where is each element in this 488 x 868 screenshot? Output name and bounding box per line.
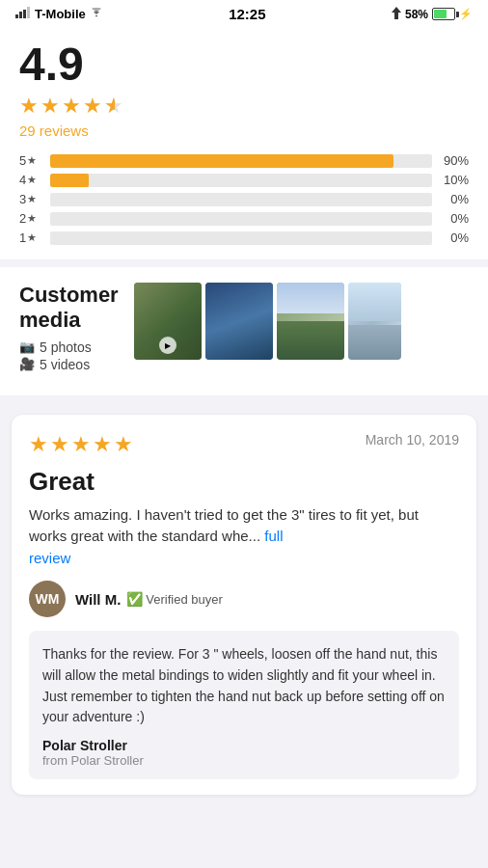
seller-response-body: Thanks for the review. For 3 " wheels, l… bbox=[42, 644, 446, 728]
media-thumb-3[interactable] bbox=[277, 283, 344, 360]
reviewer-info: Will M. ✅ Verified buyer bbox=[75, 591, 223, 608]
review-star-1: ★ bbox=[29, 432, 48, 457]
star-2: ★ bbox=[41, 94, 60, 119]
bar-pct-1: 0% bbox=[440, 231, 469, 245]
bar-track-5 bbox=[50, 154, 432, 168]
reviewer-row: WM Will M. ✅ Verified buyer bbox=[29, 581, 459, 617]
customer-media-section: Customermedia 📷 5 photos 🎥 5 videos ▶ bbox=[0, 267, 488, 395]
review-star-5: ★ bbox=[114, 432, 133, 457]
overall-stars: ★ ★ ★ ★ ★ ★ bbox=[19, 94, 469, 119]
bar-row-3: 3★ 0% bbox=[19, 192, 469, 206]
review-stars: ★ ★ ★ ★ ★ bbox=[29, 432, 133, 457]
star-icon-3: ★ bbox=[27, 193, 37, 205]
status-left: T-Mobile bbox=[15, 7, 103, 21]
customer-media-info: Customermedia 📷 5 photos 🎥 5 videos bbox=[19, 283, 119, 382]
bar-pct-2: 0% bbox=[440, 211, 469, 226]
svg-rect-2 bbox=[23, 10, 26, 18]
media-thumb-2[interactable] bbox=[205, 283, 273, 360]
svg-rect-1 bbox=[19, 12, 22, 18]
battery-icon bbox=[432, 8, 455, 20]
camera-icon: 📷 bbox=[19, 339, 35, 354]
svg-rect-0 bbox=[15, 14, 18, 18]
bar-row-2: 2★ 0% bbox=[19, 211, 469, 226]
review-header: ★ ★ ★ ★ ★ March 10, 2019 bbox=[29, 432, 459, 457]
star-1: ★ bbox=[19, 94, 39, 119]
star-icon-2: ★ bbox=[27, 212, 37, 225]
review-title: Great bbox=[29, 467, 459, 497]
bar-track-2 bbox=[50, 212, 432, 226]
video-icon: 🎥 bbox=[19, 357, 35, 371]
bar-track-4 bbox=[50, 174, 432, 187]
signal-icon bbox=[15, 7, 31, 21]
overall-rating: 4.9 bbox=[19, 41, 469, 88]
carrier-name: T-Mobile bbox=[35, 7, 86, 21]
bar-label-2: 2 bbox=[19, 211, 26, 226]
reviewer-details: Will M. ✅ Verified buyer bbox=[75, 591, 223, 608]
bar-pct-3: 0% bbox=[440, 192, 469, 206]
media-thumb-1[interactable]: ▶ bbox=[134, 283, 202, 360]
bar-row-5: 5★ 90% bbox=[19, 153, 469, 168]
location-icon bbox=[392, 7, 401, 22]
bar-label-3: 3 bbox=[19, 192, 26, 206]
reviewer-name: Will M. bbox=[75, 591, 121, 608]
videos-stat: 🎥 5 videos bbox=[19, 357, 119, 372]
seller-response: Thanks for the review. For 3 " wheels, l… bbox=[29, 631, 459, 779]
verified-icon: ✅ bbox=[126, 591, 143, 607]
charging-icon: ⚡ bbox=[459, 8, 473, 20]
star-5-half: ★ ★ bbox=[104, 94, 123, 119]
verified-badge: ✅ Verified buyer bbox=[126, 591, 223, 607]
media-stats: 📷 5 photos 🎥 5 videos bbox=[19, 339, 119, 372]
bar-label-1: 1 bbox=[19, 231, 26, 245]
reviews-link[interactable]: 29 reviews bbox=[19, 122, 89, 139]
review-date: March 10, 2019 bbox=[366, 432, 459, 448]
status-time: 12:25 bbox=[229, 6, 265, 22]
bar-fill-4 bbox=[50, 174, 89, 187]
seller-name: Polar Stroller bbox=[42, 738, 446, 753]
bar-fill-5 bbox=[50, 154, 393, 168]
review-body: Works amazing. I haven't tried to get th… bbox=[29, 504, 459, 570]
battery-percent: 58% bbox=[405, 8, 428, 21]
bar-row-1: 1★ 0% bbox=[19, 231, 469, 245]
customer-media-title: Customermedia bbox=[19, 283, 119, 334]
star-icon-1: ★ bbox=[27, 231, 37, 244]
wifi-icon bbox=[90, 7, 103, 21]
photos-stat: 📷 5 photos bbox=[19, 339, 119, 355]
media-thumb-4[interactable] bbox=[348, 283, 401, 360]
bar-pct-4: 10% bbox=[440, 173, 469, 187]
review-star-3: ★ bbox=[71, 432, 91, 457]
rating-bars: 5★ 90% 4★ 10% 3★ 0% 2★ 0% 1★ 0% bbox=[19, 153, 469, 245]
status-right: 58% ⚡ bbox=[392, 7, 473, 22]
svg-rect-3 bbox=[27, 7, 30, 18]
battery-fill bbox=[434, 10, 447, 18]
bar-row-4: 4★ 10% bbox=[19, 173, 469, 187]
bar-label-5: 5 bbox=[19, 153, 26, 168]
seller-from: from Polar Stroller bbox=[42, 753, 446, 768]
star-3: ★ bbox=[62, 94, 81, 119]
status-bar: T-Mobile 12:25 58% ⚡ bbox=[0, 0, 488, 26]
videos-count: 5 videos bbox=[40, 357, 90, 372]
star-4: ★ bbox=[83, 94, 102, 119]
star-icon-5: ★ bbox=[27, 154, 37, 167]
review-star-2: ★ bbox=[50, 432, 69, 457]
bar-track-3 bbox=[50, 193, 432, 206]
media-thumbnails: ▶ bbox=[134, 283, 469, 360]
bar-pct-5: 90% bbox=[440, 153, 469, 168]
review-star-4: ★ bbox=[93, 432, 112, 457]
bar-track-1 bbox=[50, 231, 432, 245]
star-icon-4: ★ bbox=[27, 174, 37, 186]
rating-summary-section: 4.9 ★ ★ ★ ★ ★ ★ 29 reviews 5★ 90% 4★ 10%… bbox=[0, 26, 488, 259]
bar-label-4: 4 bbox=[19, 173, 26, 187]
photos-count: 5 photos bbox=[40, 339, 92, 355]
verified-text: Verified buyer bbox=[146, 592, 223, 607]
review-card: ★ ★ ★ ★ ★ March 10, 2019 Great Works ama… bbox=[12, 415, 476, 795]
reviewer-avatar: WM bbox=[29, 581, 66, 617]
review-body-text: Works amazing. I haven't tried to get th… bbox=[29, 506, 419, 545]
